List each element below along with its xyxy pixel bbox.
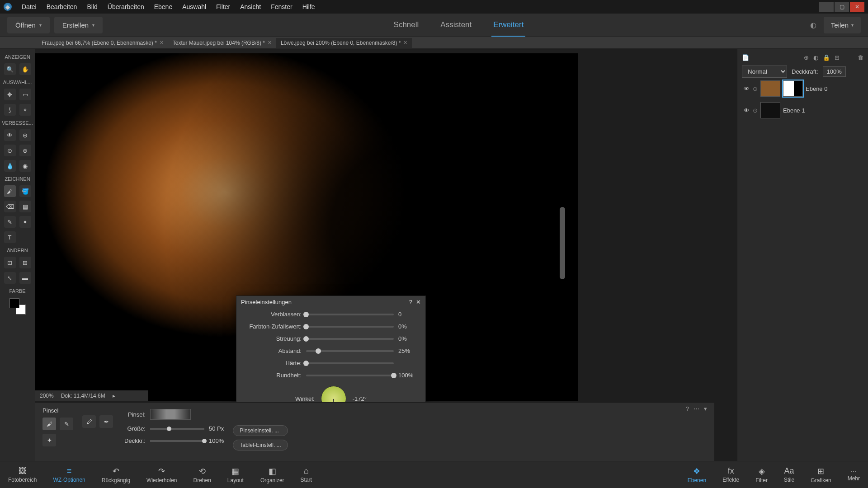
dock-item[interactable]: ◧Organizer [252, 465, 292, 485]
opacity-slider[interactable] [150, 440, 204, 442]
close-dialog-icon[interactable]: ✕ [416, 299, 421, 305]
slider-track[interactable] [306, 362, 394, 364]
menu-bearbeiten[interactable]: Bearbeiten [42, 1, 82, 12]
document-tab[interactable]: Textur Mauer.jpeg bei 104% (RGB/8) *✕ [168, 38, 276, 48]
blend-mode-select[interactable]: Normal [742, 66, 787, 78]
canvas[interactable]: Pinseleinstellungen ? ✕ Verblassen:0Farb… [35, 49, 714, 461]
hand-tool[interactable]: ✋ [19, 63, 31, 75]
menu-ansicht[interactable]: Ansicht [236, 1, 265, 12]
vertical-scrollbar[interactable] [560, 207, 565, 279]
pencil-tool[interactable]: ✎ [4, 216, 16, 228]
dock-item[interactable]: ⊞Grafiken [802, 465, 839, 485]
theme-toggle-icon[interactable]: ◐ [810, 21, 816, 29]
dock-item[interactable]: ◈Filter [747, 465, 776, 485]
marquee-tool[interactable]: ▭ [19, 89, 31, 100]
visibility-icon[interactable]: 👁 [743, 107, 750, 114]
mode-tab[interactable]: Schnell [392, 14, 421, 37]
slider-track[interactable] [306, 314, 394, 315]
maximize-button[interactable]: ▢ [835, 2, 849, 12]
bucket-tool[interactable]: 🪣 [19, 185, 31, 197]
lasso-tool[interactable]: ⟆ [4, 104, 16, 116]
mode-tab[interactable]: Erweitert [491, 14, 525, 37]
move-tool[interactable]: ✥ [4, 89, 16, 100]
shape-tool[interactable]: ✦ [19, 216, 31, 228]
stamp-tool[interactable]: ⊛ [19, 145, 31, 156]
menu-fenster[interactable]: Fenster [266, 1, 297, 12]
menu-hilfe[interactable]: Hilfe [298, 1, 320, 12]
eye-tool[interactable]: 👁 [4, 129, 16, 141]
help-icon[interactable]: ? [409, 299, 412, 305]
zoom-level[interactable]: 200% [40, 393, 54, 399]
minimize-button[interactable]: — [819, 2, 834, 12]
dock-item[interactable]: ↷Wiederholen [138, 465, 185, 485]
link-icon[interactable]: ⊙ [753, 107, 758, 114]
layer-lock-icon[interactable]: 🔒 [823, 54, 830, 61]
layer-opacity-value[interactable]: 100% [823, 66, 846, 77]
dock-item[interactable]: ⌂Start [292, 465, 320, 485]
menu-ebene[interactable]: Ebene [150, 1, 177, 12]
menu-bild[interactable]: Bild [82, 1, 102, 12]
brush-variant-2[interactable]: ✎ [60, 418, 73, 430]
blur-tool[interactable]: 💧 [4, 160, 16, 172]
layer-adjust-icon[interactable]: ⊞ [835, 54, 840, 61]
new-layer-icon[interactable]: 📄 [742, 54, 749, 61]
create-button[interactable]: Erstellen [54, 17, 103, 33]
text-tool[interactable]: T [4, 231, 16, 243]
recompose-tool[interactable]: ⊞ [19, 257, 31, 268]
slider-track[interactable] [306, 326, 394, 328]
dock-item[interactable]: ❖Ebenen [679, 465, 714, 485]
dock-item[interactable]: ≡WZ-Optionen [45, 465, 93, 485]
delete-layer-icon[interactable]: 🗑 [858, 54, 863, 61]
layer-row[interactable]: 👁⊙Ebene 1 [742, 99, 863, 121]
mode-tab[interactable]: Assistent [439, 14, 473, 37]
sponge-tool[interactable]: ◉ [19, 160, 31, 172]
brush-preset-picker[interactable] [150, 409, 191, 420]
menu-datei[interactable]: Datei [17, 1, 41, 12]
document-tab[interactable]: Löwe.jpeg bei 200% (Ebene 0, Ebenenmaske… [276, 38, 412, 48]
layer-row[interactable]: 👁⊙Ebene 0 [742, 78, 863, 99]
content-tool[interactable]: ▬ [19, 272, 31, 284]
clone-tool[interactable]: ⊙ [4, 145, 16, 156]
slider-track[interactable] [306, 338, 394, 340]
brush-variant-1[interactable]: 🖌 [42, 418, 56, 430]
dock-item[interactable]: fxEffekte [714, 465, 747, 485]
tablet-settings-button[interactable]: Tablet-Einstell. ... [233, 440, 288, 450]
options-menu-icon[interactable]: ⋯ [693, 405, 699, 412]
dock-item[interactable]: AaStile [776, 465, 802, 485]
visibility-icon[interactable]: 👁 [743, 85, 750, 92]
menu-filter[interactable]: Filter [212, 1, 235, 12]
dock-more[interactable]: ⋯Mehr [840, 468, 868, 482]
menu-auswahl[interactable]: Auswahl [178, 1, 211, 12]
menu-überarbeiten[interactable]: Überarbeiten [103, 1, 149, 12]
layer-fx-icon[interactable]: ⊕ [804, 54, 809, 61]
dock-item[interactable]: ⟲Drehen [185, 465, 219, 485]
color-swatch[interactable] [9, 298, 26, 314]
gradient-tool[interactable]: ▤ [19, 201, 31, 212]
document-tab[interactable]: Frau.jpeg bei 66,7% (Ebene 0, Ebenenmask… [37, 38, 168, 48]
layer-mask-icon[interactable]: ◐ [813, 54, 818, 61]
brush-variant-5[interactable]: ✒ [99, 415, 113, 428]
open-button[interactable]: Öffnen [7, 17, 50, 33]
brush-variant-3[interactable]: ✦ [42, 434, 56, 446]
zoom-tool[interactable]: 🔍 [4, 63, 16, 75]
status-arrow-icon[interactable]: ▸ [113, 393, 115, 399]
slider-track[interactable] [306, 350, 394, 352]
eraser-tool[interactable]: ⌫ [4, 201, 16, 212]
dock-item[interactable]: 🖼Fotobereich [0, 465, 45, 485]
link-icon[interactable]: ⊙ [753, 85, 758, 92]
dock-item[interactable]: ▦Layout [219, 465, 252, 485]
close-tab-icon[interactable]: ✕ [268, 40, 272, 46]
size-slider[interactable] [150, 428, 204, 430]
spot-tool[interactable]: ⊕ [19, 129, 31, 141]
straighten-tool[interactable]: ⤡ [4, 272, 16, 284]
options-help-icon[interactable]: ? [686, 405, 689, 412]
share-button[interactable]: Teilen [824, 17, 861, 33]
brush-tool[interactable]: 🖌 [4, 185, 16, 197]
crop-tool[interactable]: ⊡ [4, 257, 16, 268]
close-tab-icon[interactable]: ✕ [403, 40, 407, 46]
slider-track[interactable] [306, 375, 394, 376]
wand-tool[interactable]: ✧ [19, 104, 31, 116]
brush-variant-4[interactable]: 🖊 [82, 415, 96, 428]
options-collapse-icon[interactable]: ▾ [704, 405, 707, 412]
brush-settings-button[interactable]: Pinseleinstell. ... [233, 425, 288, 436]
